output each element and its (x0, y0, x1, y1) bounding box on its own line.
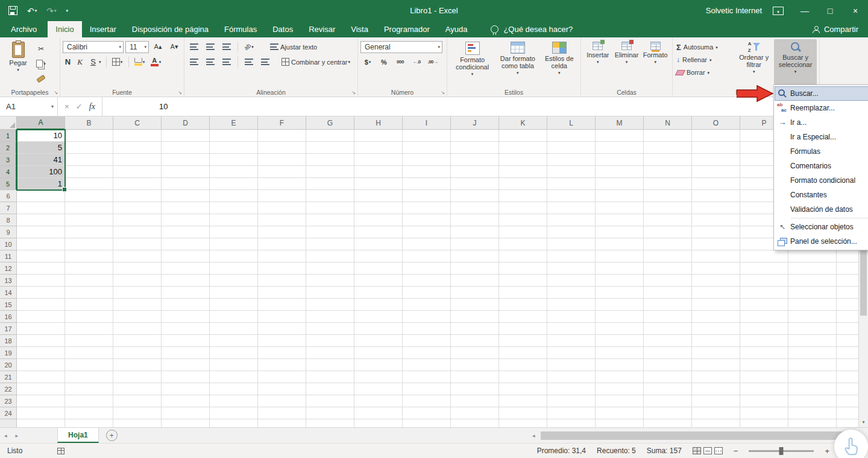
cell-f21[interactable] (258, 371, 306, 383)
cell-x25[interactable] (788, 419, 837, 427)
cell-m16[interactable] (596, 311, 644, 323)
cell-m13[interactable] (596, 275, 644, 287)
cell-a1[interactable]: 10 (17, 130, 65, 142)
cell-k14[interactable] (499, 287, 547, 299)
row-header-17[interactable]: 17 (0, 323, 17, 335)
cell-n3[interactable] (644, 154, 692, 166)
cell-f19[interactable] (258, 347, 306, 359)
cell-b16[interactable] (65, 311, 113, 323)
cell-j18[interactable] (451, 335, 499, 347)
cell-x16[interactable] (837, 311, 858, 323)
cell-l4[interactable] (547, 166, 596, 178)
horizontal-scrollbar[interactable]: ◂ ▸ (528, 430, 858, 441)
format-as-table-button[interactable]: Dar formato como tabla ▾ (495, 39, 540, 87)
cell-j11[interactable] (451, 250, 499, 262)
cell-a9[interactable] (17, 226, 65, 238)
cell-l1[interactable] (547, 130, 596, 142)
cell-h17[interactable] (354, 323, 403, 335)
dialog-launcher-icon[interactable]: ↘ (441, 90, 445, 95)
select-all-button[interactable] (0, 116, 17, 130)
cell-b17[interactable] (65, 323, 113, 335)
cell-n2[interactable] (644, 142, 692, 154)
cell-g17[interactable] (306, 323, 354, 335)
cell-j14[interactable] (451, 287, 499, 299)
cell-b12[interactable] (65, 262, 113, 275)
cell-h11[interactable] (354, 250, 403, 262)
cell-e2[interactable] (210, 142, 258, 154)
cell-n15[interactable] (644, 299, 692, 311)
column-header-b[interactable]: B (65, 116, 113, 130)
column-header-o[interactable]: O (692, 116, 740, 130)
cell-j3[interactable] (451, 154, 499, 166)
cell-m5[interactable] (596, 178, 644, 190)
cell-k24[interactable] (499, 407, 547, 419)
scroll-down-icon[interactable]: ▾ (859, 419, 868, 425)
cell-i8[interactable] (403, 214, 451, 226)
row-header-13[interactable]: 13 (0, 275, 17, 287)
tab-disposicion-de-pagina[interactable]: Disposición de página (124, 21, 216, 37)
cell-h18[interactable] (354, 335, 403, 347)
align-bottom-button[interactable] (219, 40, 234, 53)
cell-x15[interactable] (788, 299, 837, 311)
cell-f7[interactable] (258, 202, 306, 214)
cell-o7[interactable] (692, 202, 740, 214)
menu-item-validacion-de-datos[interactable]: Validación de datos (775, 202, 868, 217)
cell-j2[interactable] (451, 142, 499, 154)
cell-m1[interactable] (596, 130, 644, 142)
cell-o1[interactable] (692, 130, 740, 142)
cell-c14[interactable] (113, 287, 162, 299)
cell-g21[interactable] (306, 371, 354, 383)
cell-x25[interactable] (837, 419, 858, 427)
cell-j25[interactable] (451, 419, 499, 427)
column-header-j[interactable]: J (451, 116, 499, 130)
cell-x22[interactable] (837, 383, 858, 395)
cell-m9[interactable] (596, 226, 644, 238)
cell-f2[interactable] (258, 142, 306, 154)
cut-button[interactable]: ✂ (34, 42, 48, 55)
ribbon-display-options-icon[interactable]: ▾ (773, 7, 784, 15)
cell-l18[interactable] (547, 335, 596, 347)
cell-d1[interactable] (162, 130, 210, 142)
cell-k7[interactable] (499, 202, 547, 214)
cell-a7[interactable] (17, 202, 65, 214)
cell-c18[interactable] (113, 335, 162, 347)
cell-n1[interactable] (644, 130, 692, 142)
cell-d8[interactable] (162, 214, 210, 226)
cell-e9[interactable] (210, 226, 258, 238)
cell-g3[interactable] (306, 154, 354, 166)
cell-x16[interactable] (788, 311, 837, 323)
cell-x15[interactable] (837, 299, 858, 311)
find-select-button[interactable]: Buscar y seleccionar ▾ (774, 39, 817, 87)
cell-e24[interactable] (210, 407, 258, 419)
cell-h6[interactable] (354, 190, 403, 202)
cell-m10[interactable] (596, 238, 644, 250)
cell-l3[interactable] (547, 154, 596, 166)
cell-a4[interactable]: 100 (17, 166, 65, 178)
cell-m11[interactable] (596, 250, 644, 262)
cell-n7[interactable] (644, 202, 692, 214)
cell-i16[interactable] (403, 311, 451, 323)
cell-a24[interactable] (17, 407, 65, 419)
cell-j22[interactable] (451, 383, 499, 395)
cell-g12[interactable] (306, 262, 354, 275)
cell-f5[interactable] (258, 178, 306, 190)
cell-c21[interactable] (113, 371, 162, 383)
tab-insertar[interactable]: Insertar (82, 21, 124, 37)
cell-b19[interactable] (65, 347, 113, 359)
cell-j10[interactable] (451, 238, 499, 250)
cell-g25[interactable] (306, 419, 354, 427)
page-break-view-button[interactable] (714, 447, 723, 454)
close-button[interactable]: × (843, 0, 868, 21)
cell-e5[interactable] (210, 178, 258, 190)
cell-x22[interactable] (788, 383, 837, 395)
insert-function-button[interactable]: fx (89, 102, 95, 112)
cell-n6[interactable] (644, 190, 692, 202)
cell-c3[interactable] (113, 154, 162, 166)
menu-item-panel-de-seleccion[interactable]: Panel de selección... (775, 234, 868, 249)
cell-k3[interactable] (499, 154, 547, 166)
cell-o16[interactable] (692, 311, 740, 323)
cell-g19[interactable] (306, 347, 354, 359)
cell-n12[interactable] (644, 262, 692, 275)
cell-d5[interactable] (162, 178, 210, 190)
cell-n21[interactable] (644, 371, 692, 383)
